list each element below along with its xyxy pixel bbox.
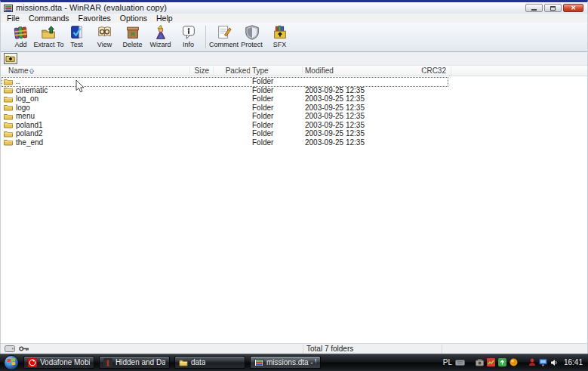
test-button[interactable]: Test	[63, 24, 91, 51]
tray-messenger-icon[interactable]	[528, 358, 536, 366]
column-header-crc32[interactable]: CRC32	[411, 66, 446, 76]
folder-icon	[4, 104, 13, 111]
menu-item[interactable]: Help	[152, 14, 177, 23]
file-row[interactable]: cinematic Folder 2003-09-25 12:35	[1, 86, 587, 95]
file-modified: 2003-09-25 12:35	[305, 138, 365, 147]
folder-icon	[4, 95, 13, 103]
file-name: poland2	[16, 129, 43, 138]
start-button[interactable]	[4, 355, 19, 370]
status-divider	[303, 345, 303, 354]
file-row[interactable]: the_end Folder 2003-09-25 12:35	[1, 138, 587, 147]
column-divider[interactable]	[302, 66, 303, 75]
add-button[interactable]: Add	[7, 24, 35, 51]
keyboard-icon[interactable]	[455, 360, 465, 366]
taskbar-item-vodafone[interactable]: Vodafone Mobile Br...	[23, 356, 94, 369]
file-modified: 2003-09-25 12:35	[305, 129, 365, 138]
taskbar-item-hidden-and-dangerous[interactable]: Hidden and Danger...	[99, 356, 170, 369]
menu-item[interactable]: Favorites	[74, 14, 115, 23]
tray-agent-icon[interactable]	[509, 358, 518, 366]
file-name-cell: poland2	[4, 129, 43, 138]
delete-button[interactable]: Delete	[119, 24, 146, 51]
status-total-label: Total 7 folders	[306, 345, 353, 354]
wizard-button[interactable]: Wizard	[146, 24, 174, 51]
extract-to-icon	[41, 24, 57, 41]
desktop-screen: missions.dta - WinRAR (evaluation copy) …	[0, 0, 588, 371]
column-divider[interactable]	[213, 66, 214, 75]
file-name: log_on	[16, 94, 38, 103]
file-name: logo	[16, 104, 30, 112]
file-row[interactable]: .. Folder	[1, 77, 587, 86]
column-header-modified[interactable]: Modified	[305, 66, 334, 76]
tray-camera-icon[interactable]	[476, 359, 484, 366]
protect-button[interactable]: Protect	[238, 24, 266, 51]
language-indicator[interactable]: PL	[443, 355, 452, 370]
maximize-button[interactable]	[544, 4, 562, 12]
volume-icon[interactable]	[550, 359, 558, 366]
restore-icon	[550, 6, 556, 11]
file-name: menu	[16, 112, 35, 120]
menu-item[interactable]: File	[2, 14, 24, 23]
file-name-cell: logo	[4, 104, 30, 113]
column-header-row: Name Size Packed Type Modified CRC32	[1, 66, 587, 76]
folder-icon	[4, 138, 13, 146]
minimize-button[interactable]	[525, 4, 543, 12]
comment-button[interactable]: Comment	[210, 24, 238, 51]
column-divider[interactable]	[250, 66, 251, 75]
system-tray: PL 16:41	[443, 355, 588, 370]
file-name: ..	[16, 77, 20, 85]
tray-update-icon[interactable]	[498, 358, 506, 366]
sort-ascending-icon[interactable]	[29, 67, 35, 76]
view-button[interactable]: View	[91, 24, 119, 51]
file-name-cell: cinematic	[4, 86, 48, 95]
windows-logo-icon	[7, 356, 16, 369]
column-header-name[interactable]: Name	[8, 66, 29, 76]
column-header-size[interactable]: Size	[174, 66, 209, 76]
file-row[interactable]: menu Folder 2003-09-25 12:35	[1, 112, 587, 121]
info-button[interactable]: Info	[174, 24, 202, 51]
file-modified: 2003-09-25 12:35	[305, 86, 365, 95]
column-divider[interactable]	[189, 66, 190, 75]
file-type: Folder	[252, 94, 273, 104]
file-type: Folder	[252, 121, 273, 130]
file-row[interactable]: poland1 Folder 2003-09-25 12:35	[1, 121, 587, 130]
delete-icon	[125, 24, 141, 41]
file-type: Folder	[252, 77, 273, 86]
status-divider	[442, 345, 442, 354]
comment-icon	[216, 24, 232, 41]
tray-network-icon[interactable]	[539, 358, 547, 366]
folder-icon	[4, 78, 13, 85]
column-divider[interactable]	[451, 66, 451, 75]
title-bar[interactable]: missions.dta - WinRAR (evaluation copy) …	[1, 2, 587, 14]
column-header-packed[interactable]: Packed	[216, 66, 251, 76]
column-header-type[interactable]: Type	[252, 66, 269, 76]
column-divider[interactable]	[423, 66, 424, 75]
hidden-dangerous-icon	[103, 358, 112, 367]
close-button[interactable]: ✕	[563, 4, 583, 12]
file-type: Folder	[252, 112, 273, 121]
extract-to-button[interactable]: Extract To	[35, 24, 63, 51]
key-icon[interactable]	[19, 345, 29, 354]
file-row[interactable]: poland2 Folder 2003-09-25 12:35	[1, 129, 587, 138]
info-icon	[180, 24, 197, 41]
folder-icon	[179, 358, 188, 367]
taskbar-item-winrar[interactable]: missions.dta - WinR...	[250, 356, 321, 369]
menu-item[interactable]: Options	[115, 14, 152, 23]
file-type: Folder	[252, 129, 273, 138]
folder-icon	[4, 86, 13, 94]
file-type: Folder	[252, 86, 273, 95]
up-one-level-button[interactable]	[4, 53, 17, 64]
tray-antivirus-icon[interactable]	[487, 358, 495, 366]
drive-select-icon[interactable]	[5, 345, 15, 354]
file-name-cell: ..	[4, 77, 20, 86]
taskbar-item-data[interactable]: data	[174, 356, 245, 369]
wizard-icon	[152, 24, 169, 41]
file-name: cinematic	[16, 86, 48, 94]
archive-add-icon	[13, 24, 29, 41]
file-row[interactable]: log_on Folder 2003-09-25 12:35	[1, 94, 587, 104]
file-row[interactable]: logo Folder 2003-09-25 12:35	[1, 104, 587, 113]
test-archive-icon	[69, 24, 85, 41]
taskbar-clock[interactable]: 16:41	[564, 355, 583, 370]
sfx-button[interactable]: SFX	[266, 24, 294, 51]
folder-icon	[4, 130, 13, 138]
menu-item[interactable]: Commands	[24, 14, 74, 23]
